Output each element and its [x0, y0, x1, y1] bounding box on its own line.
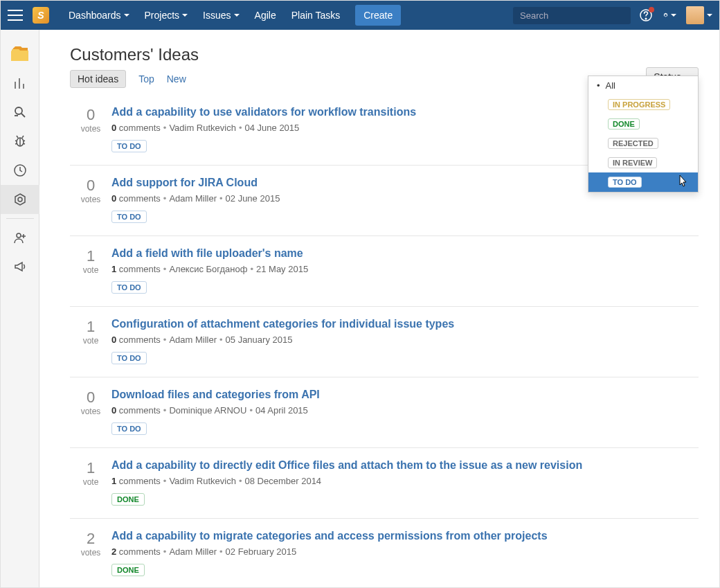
vote-count: 1 [70, 459, 111, 477]
help-icon[interactable] [639, 8, 653, 22]
status-option-in-progress[interactable]: IN PROGRESS [588, 95, 698, 114]
svg-line-8 [21, 114, 25, 117]
sidebar-search-icon[interactable] [1, 98, 39, 127]
status-option-all[interactable]: All [588, 76, 698, 95]
chevron-down-icon [124, 14, 129, 17]
page-title: Customers' Ideas [70, 45, 699, 64]
user-menu[interactable] [686, 6, 712, 24]
sidebar-reports-icon[interactable] [1, 69, 39, 98]
status-option-done[interactable]: DONE [588, 114, 698, 134]
tab-new[interactable]: New [167, 73, 186, 84]
top-navigation: S Dashboards Projects Issues Agile Plain… [1, 1, 719, 30]
idea-title-link[interactable]: Add a field with file uploader's name [111, 247, 699, 260]
idea-row: 2 votes Add a capability to migrate cate… [70, 519, 699, 587]
svg-line-15 [23, 143, 25, 144]
vote-count: 1 [70, 318, 111, 336]
idea-meta: 0 comments•Dominique ARNOU•04 April 2015 [111, 405, 699, 416]
vote-column[interactable]: 0 votes [70, 106, 111, 152]
status-badge: TO DO [111, 140, 147, 152]
chevron-down-icon [671, 14, 676, 17]
sidebar-bug-icon[interactable] [1, 127, 39, 156]
tab-top[interactable]: Top [138, 73, 154, 84]
notification-dot [649, 7, 654, 12]
svg-line-12 [15, 141, 17, 141]
svg-line-13 [23, 141, 25, 141]
tab-hot-ideas[interactable]: Hot ideas [70, 70, 126, 88]
sidebar [1, 30, 39, 587]
nav-agile[interactable]: Agile [248, 6, 283, 25]
sidebar-divider [6, 218, 34, 219]
status-option-rejected[interactable]: REJECTED [588, 134, 698, 153]
sidebar-add-user-icon[interactable] [1, 223, 39, 252]
sidebar-time-icon[interactable] [1, 156, 39, 185]
idea-row: 1 vote Add a field with file uploader's … [70, 236, 699, 307]
idea-title-link[interactable]: Configuration of attachment categories f… [111, 318, 699, 330]
idea-title-link[interactable]: Download files and categories from API [111, 389, 699, 401]
sidebar-settings-icon[interactable] [1, 185, 39, 214]
nav-issues[interactable]: Issues [196, 6, 246, 25]
idea-meta: 2 comments•Adam Miller•02 February 2015 [111, 546, 699, 557]
vote-count: 0 [70, 177, 111, 195]
svg-point-18 [18, 197, 22, 202]
vote-label: votes [70, 548, 111, 558]
vote-column[interactable]: 1 vote [70, 247, 111, 294]
status-badge: DONE [111, 564, 145, 576]
create-button[interactable]: Create [355, 5, 401, 26]
chevron-down-icon [234, 14, 240, 17]
nav-plain-tasks[interactable]: Plain Tasks [285, 6, 348, 25]
svg-point-19 [17, 233, 21, 238]
idea-row: 0 votes Download files and categories fr… [70, 377, 699, 448]
vote-count: 2 [70, 530, 111, 548]
chevron-down-icon [707, 14, 712, 17]
avatar [686, 6, 704, 24]
idea-meta: 1 comments•Vadim Rutkevich•08 December 2… [111, 476, 699, 486]
gear-icon[interactable] [663, 8, 676, 22]
svg-marker-17 [15, 194, 25, 205]
idea-title-link[interactable]: Add a capability to migrate categories a… [111, 530, 699, 542]
vote-column[interactable]: 0 votes [70, 389, 111, 435]
svg-point-3 [645, 18, 647, 19]
status-badge: DONE [111, 493, 145, 506]
vote-label: votes [70, 407, 111, 416]
idea-meta: 0 comments•Adam Miller•05 January 2015 [111, 335, 699, 345]
vote-label: votes [70, 124, 111, 134]
vote-label: vote [70, 477, 111, 487]
search-box[interactable] [513, 7, 631, 24]
vote-column[interactable]: 0 votes [70, 177, 111, 223]
status-option-in-review[interactable]: IN REVIEW [588, 153, 698, 172]
vote-label: vote [70, 265, 111, 275]
status-badge: TO DO [111, 422, 147, 435]
vote-count: 1 [70, 247, 111, 265]
search-input[interactable] [520, 10, 636, 21]
vote-column[interactable]: 2 votes [70, 530, 111, 576]
status-badge: TO DO [111, 352, 147, 364]
app-logo[interactable]: S [33, 7, 49, 24]
sidebar-megaphone-icon[interactable] [1, 252, 39, 281]
nav-dashboards[interactable]: Dashboards [62, 6, 136, 25]
idea-meta: 1 comments•Алексис Богданоф•21 May 2015 [111, 264, 699, 274]
idea-meta: 0 comments•Adam Miller•02 June 2015 [111, 193, 699, 204]
cursor-icon [676, 174, 689, 189]
vote-column[interactable]: 1 vote [70, 459, 111, 506]
status-badge: TO DO [111, 211, 147, 223]
chevron-down-icon [182, 14, 188, 17]
status-badge: TO DO [111, 281, 147, 294]
menu-icon[interactable] [8, 10, 23, 21]
idea-row: 1 vote Configuration of attachment categ… [70, 307, 699, 377]
svg-line-14 [15, 143, 17, 144]
vote-label: votes [70, 195, 111, 204]
idea-title-link[interactable]: Add a capability to directly edit Office… [111, 459, 699, 472]
idea-row: 1 vote Add a capability to directly edit… [70, 448, 699, 519]
sidebar-files-icon[interactable] [1, 39, 39, 69]
svg-point-7 [15, 107, 22, 114]
vote-column[interactable]: 1 vote [70, 318, 111, 364]
vote-label: vote [70, 336, 111, 346]
nav-projects[interactable]: Projects [138, 6, 195, 25]
vote-count: 0 [70, 389, 111, 407]
vote-count: 0 [70, 106, 111, 124]
